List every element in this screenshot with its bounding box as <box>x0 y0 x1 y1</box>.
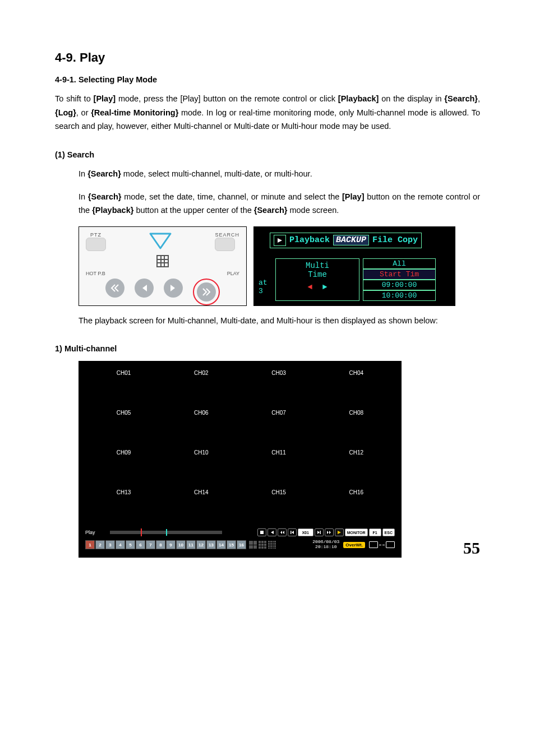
txt: {Real-time Monitoring} <box>91 108 178 117</box>
channel-number-button: 3 <box>105 540 115 549</box>
txt: {Log} <box>55 108 76 117</box>
channel-number-button: 11 <box>186 540 196 549</box>
channel-cell: CH05 <box>85 406 162 446</box>
txt: mode, select multi-channel, multi-date, … <box>121 169 312 178</box>
time2-label: 10:00:00 <box>363 290 436 301</box>
skip-back-icon <box>288 528 297 536</box>
channel-cell: CH02 <box>163 367 239 406</box>
channel-cell: CH11 <box>241 446 317 485</box>
txt: [Play] <box>94 94 116 103</box>
left-col: at 3 <box>259 258 275 301</box>
rewind-icon <box>105 279 124 298</box>
txt: To shift to <box>55 94 94 103</box>
txt: , or <box>76 108 91 117</box>
transport-buttons <box>86 279 239 305</box>
search-p1: In {Search} mode, select multi-channel, … <box>79 167 480 181</box>
txt: [Play] <box>342 192 365 201</box>
ptz-label: PTZ <box>86 232 106 238</box>
multichannel-screenshot: CH01CH02CH03CH04CH05CH06CH07CH08CH09CH10… <box>79 361 402 558</box>
svg-rect-2 <box>320 531 321 534</box>
time-column: All Start Tim 09:00:00 10:00:00 <box>363 258 436 301</box>
skip-fwd-icon <box>315 528 324 536</box>
grid-icon <box>156 255 169 267</box>
channel-grid: CH01CH02CH03CH04CH05CH06CH07CH08CH09CH10… <box>85 367 395 525</box>
right-arrow-icon: ► <box>322 282 327 291</box>
datetime-display: 2006/08/03 20:18:10 <box>312 540 339 550</box>
channel-number-button: 12 <box>196 540 206 549</box>
svg-rect-1 <box>290 531 292 534</box>
channel-cell: CH10 <box>163 446 239 485</box>
overwrite-badge: OverWt. <box>343 542 365 548</box>
page-number: 55 <box>463 539 480 558</box>
bottom-row: 12345678910111213141516 2006/08/03 20:18… <box>85 540 395 550</box>
channel-number-button: 8 <box>156 540 165 549</box>
channel-cell: CH03 <box>241 367 317 406</box>
channel-cell: CH13 <box>85 486 162 525</box>
channel-cell: CH08 <box>318 406 395 446</box>
multichannel-heading: 1) Multi-channel <box>55 344 480 353</box>
next-icon <box>164 279 183 298</box>
fastforward-highlight <box>193 279 220 305</box>
section-title: 4-9. Play <box>55 50 480 65</box>
channel-cell: CH09 <box>85 446 162 485</box>
channel-number-button: 10 <box>176 540 186 549</box>
timeline-thumb <box>141 528 142 536</box>
channel-cell: CH12 <box>318 446 395 485</box>
play-icon <box>335 528 344 536</box>
intro-paragraph: To shift to [Play] mode, press the [Play… <box>55 92 480 133</box>
playback-controls-row: Play X01 MONITOR F1 ESC <box>85 528 395 536</box>
channel-number-button: 6 <box>136 540 145 549</box>
playback-toolbar: Playback BACKUP File Copy <box>270 233 422 248</box>
play-label: PLAY <box>227 271 239 276</box>
f1-label: F1 <box>369 528 381 536</box>
layout-2x2-icon <box>249 541 257 549</box>
search-heading: (1) Search <box>55 150 480 159</box>
channel-number-button: 1 <box>85 540 95 549</box>
subsection-title: 4-9-1. Selecting Play Mode <box>55 75 480 84</box>
at-label: at <box>259 279 275 287</box>
layout-4x4-icon <box>268 541 276 549</box>
channel-number-button: 2 <box>95 540 105 549</box>
search-button-shape <box>215 238 235 251</box>
speed-label: X01 <box>298 528 313 536</box>
txt: {Search} <box>87 169 121 178</box>
time1-label: 09:00:00 <box>363 280 436 290</box>
monitor-label: MONITOR <box>345 528 368 536</box>
layout-icons <box>249 541 276 549</box>
three-label: 3 <box>259 287 275 295</box>
remote-figure: PTZ SEARCH HOT P.B PLAY <box>79 226 247 306</box>
channel-number-button: 4 <box>116 540 125 549</box>
channel-number-button: 13 <box>206 540 216 549</box>
chevron-down-icon <box>147 230 173 253</box>
txt: mode, press the [Play] button on the rem… <box>116 94 338 103</box>
fastforward-icon <box>197 282 216 302</box>
channel-number-button: 15 <box>227 540 236 549</box>
txt: {Search} <box>444 94 478 103</box>
multi-label: Multi <box>284 261 351 270</box>
prev-icon <box>135 279 154 298</box>
txt: on the display in <box>379 94 444 103</box>
channel-number-button: 9 <box>166 540 176 549</box>
multi-time-box: Multi Time ◄ ► <box>275 258 359 301</box>
figure-row: PTZ SEARCH HOT P.B PLAY <box>79 226 480 306</box>
channel-number-button: 16 <box>237 540 246 549</box>
txt: In <box>79 169 87 178</box>
channel-number-pad: 12345678910111213141516 <box>85 540 246 549</box>
svg-rect-0 <box>260 531 264 534</box>
rewind-icon <box>278 528 287 536</box>
hotpb-label: HOT P.B <box>86 271 105 276</box>
channel-cell: CH14 <box>163 486 239 525</box>
backup-label: BACKUP <box>333 235 369 245</box>
fastfwd-icon <box>325 528 334 536</box>
step-back-icon <box>268 528 276 536</box>
txt: In <box>79 192 88 201</box>
channel-cell: CH01 <box>85 367 162 406</box>
play-status-label: Play <box>85 530 108 535</box>
channel-number-button: 7 <box>146 540 155 549</box>
esc-label: ESC <box>382 528 395 536</box>
control-group: X01 MONITOR F1 ESC <box>257 528 395 536</box>
txt: {Search} <box>88 192 122 201</box>
layout-3x3-icon <box>259 541 266 549</box>
play-icon <box>274 235 286 246</box>
search-p2: In {Search} mode, set the date, time, ch… <box>79 190 480 217</box>
